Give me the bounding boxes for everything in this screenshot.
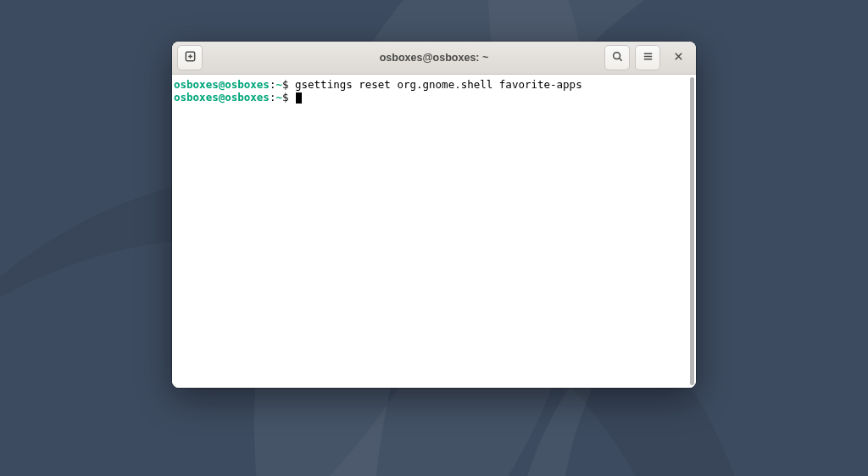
hamburger-menu-button[interactable] <box>635 45 660 70</box>
terminal-scrollbar[interactable] <box>690 77 694 385</box>
svg-point-3 <box>613 52 620 59</box>
terminal-cursor <box>296 92 302 104</box>
close-icon <box>673 50 684 65</box>
hamburger-menu-icon <box>642 50 654 66</box>
search-button[interactable] <box>604 45 630 70</box>
terminal-window: osboxes@osboxes: ~ <box>172 42 696 388</box>
prompt-userhost: osboxes@osboxes <box>174 78 270 91</box>
svg-line-4 <box>619 58 621 60</box>
terminal-text-area[interactable]: osboxes@osboxes:~$ gsettings reset org.g… <box>172 75 689 388</box>
terminal-line: osboxes@osboxes:~$ <box>174 91 687 104</box>
prompt-dollar: $ <box>282 91 295 104</box>
search-icon <box>611 50 624 66</box>
new-tab-icon <box>184 50 197 66</box>
terminal-viewport[interactable]: osboxes@osboxes:~$ gsettings reset org.g… <box>172 75 696 388</box>
close-window-button[interactable] <box>665 45 691 70</box>
desktop-background: osboxes@osboxes: ~ <box>0 0 868 476</box>
terminal-line: osboxes@osboxes:~$ gsettings reset org.g… <box>174 78 687 91</box>
new-tab-button[interactable] <box>177 45 203 70</box>
prompt-dollar: $ <box>282 78 295 91</box>
prompt-userhost: osboxes@osboxes <box>174 91 270 104</box>
prompt-path: ~ <box>275 78 282 91</box>
prompt-path: ~ <box>275 91 282 104</box>
terminal-command: gsettings reset org.gnome.shell favorite… <box>295 78 582 91</box>
window-titlebar[interactable]: osboxes@osboxes: ~ <box>172 42 696 75</box>
